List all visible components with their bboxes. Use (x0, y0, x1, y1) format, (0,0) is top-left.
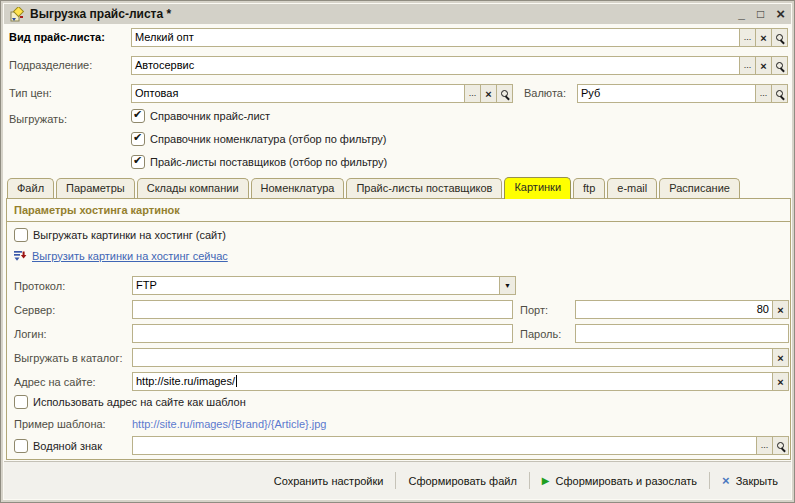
catalog-label: Выгружать в каталог: (14, 352, 123, 364)
generate-and-send-button[interactable]: ▶ Сформировать и разослать (533, 472, 706, 490)
magnifier-icon (501, 90, 508, 97)
watermark-row: Водяной знак (14, 439, 102, 453)
server-label: Сервер: (14, 304, 55, 316)
department-field: Автосервис ... × (131, 56, 788, 75)
window-title: Выгрузка прайс-листа * (30, 7, 171, 21)
checkbox[interactable] (14, 395, 28, 409)
site-address-label: Адрес на сайте: (14, 376, 96, 388)
protocol-label: Протокол: (14, 280, 65, 292)
text-caret (236, 375, 237, 387)
server-input[interactable] (132, 300, 513, 319)
checkbox-label: Использовать адрес на сайте как шаблон (33, 396, 246, 408)
template-example-label: Пример шаблона: (14, 418, 106, 430)
generate-file-button[interactable]: Сформировать файл (399, 472, 525, 490)
clear-button[interactable]: × (756, 56, 772, 75)
login-field (132, 324, 513, 343)
upload-now-link[interactable]: Выгрузить картинки на хостинг сейчас (32, 250, 228, 262)
price-list-kind-input[interactable]: Мелкий опт (131, 28, 740, 47)
minimize-button[interactable]: _ (738, 5, 745, 23)
password-input[interactable] (575, 324, 789, 343)
port-input[interactable]: 80 (575, 300, 773, 319)
tab-supplier-price-lists[interactable]: Прайс-листы поставщиков (346, 178, 502, 198)
button-separator (529, 472, 530, 489)
ellipsis-button[interactable]: ... (757, 436, 773, 455)
lookup-button[interactable] (497, 84, 513, 103)
button-separator (395, 472, 396, 489)
export-label: Выгружать: (9, 113, 67, 125)
tab-email[interactable]: e-mail (607, 178, 657, 198)
currency-field: Руб ... (577, 84, 788, 103)
ellipsis-button[interactable]: ... (740, 28, 756, 47)
section-header: Параметры хостинга картинок (14, 204, 180, 216)
checkbox[interactable] (131, 109, 145, 123)
currency-label: Валюта: (524, 87, 566, 99)
login-label: Логин: (14, 328, 47, 340)
price-type-label: Тип цен: (9, 87, 52, 99)
clear-button[interactable]: × (481, 84, 497, 103)
watermark-field: ... (132, 436, 789, 455)
lookup-button[interactable] (772, 84, 788, 103)
upload-now-row: Выгрузить картинки на хостинг сейчас (13, 248, 228, 263)
price-type-input[interactable]: Оптовая (131, 84, 465, 103)
clear-button[interactable]: × (756, 28, 772, 47)
tab-parameters[interactable]: Параметры (56, 178, 135, 198)
tab-ftp[interactable]: ftp (573, 178, 605, 198)
checkbox[interactable] (14, 439, 28, 453)
maximize-button[interactable]: □ (757, 5, 764, 23)
button-separator (709, 472, 710, 489)
chevron-down-icon: ▼ (504, 282, 511, 289)
checkbox[interactable] (14, 228, 28, 242)
tab-schedule[interactable]: Расписание (659, 178, 740, 198)
close-window-button[interactable]: × (776, 5, 785, 23)
protocol-select[interactable]: FTP (132, 276, 500, 295)
footer-bar: Сохранить настройки Сформировать файл ▶ … (4, 461, 791, 499)
close-button[interactable]: × Закрыть (713, 470, 787, 491)
port-label: Порт: (520, 304, 548, 316)
tab-pictures[interactable]: Картинки (504, 177, 571, 199)
ellipsis-button[interactable]: ... (756, 84, 772, 103)
checkbox[interactable] (131, 155, 145, 169)
export-option-row: Справочник номенклатура (отбор по фильтр… (131, 132, 387, 146)
checkbox-label: Прайс-листы поставщиков (отбор по фильтр… (150, 156, 387, 168)
upload-pictures-icon (13, 248, 28, 263)
watermark-input[interactable] (132, 436, 757, 455)
protocol-field: FTP ▼ (132, 276, 516, 295)
tab-company-warehouses[interactable]: Склады компании (137, 178, 249, 198)
section-divider (7, 221, 790, 222)
button-label: Сохранить настройки (274, 475, 384, 487)
window-controls: _ □ × (738, 5, 785, 23)
lookup-button[interactable] (772, 28, 788, 47)
save-settings-button[interactable]: Сохранить настройки (265, 472, 393, 490)
button-label: Закрыть (736, 475, 778, 487)
port-field: 80 × (575, 300, 789, 319)
app-window: Выгрузка прайс-листа * _ □ × Вид прайс-л… (0, 0, 795, 503)
department-input[interactable]: Автосервис (131, 56, 740, 75)
price-list-kind-label: Вид прайс-листа: (9, 31, 105, 43)
button-label: Сформировать файл (408, 475, 516, 487)
ellipsis-button[interactable]: ... (740, 56, 756, 75)
login-input[interactable] (132, 324, 513, 343)
checkbox-label: Справочник прайс-лист (150, 110, 270, 122)
catalog-input[interactable] (132, 348, 773, 367)
server-field (132, 300, 513, 319)
magnifier-icon (776, 34, 783, 41)
lookup-button[interactable] (772, 56, 788, 75)
lookup-button[interactable] (773, 436, 789, 455)
checkbox[interactable] (131, 132, 145, 146)
clear-button[interactable]: × (773, 372, 789, 391)
tab-file[interactable]: Файл (7, 178, 54, 198)
ellipsis-button[interactable]: ... (465, 84, 481, 103)
run-icon: ▶ (542, 475, 550, 486)
checkbox-label: Выгружать картинки на хостинг (сайт) (33, 229, 226, 241)
clear-button[interactable]: × (773, 300, 789, 319)
export-option-row: Прайс-листы поставщиков (отбор по фильтр… (131, 155, 387, 169)
tab-nomenclature[interactable]: Номенклатура (251, 178, 345, 198)
app-icon (10, 7, 25, 22)
magnifier-icon (776, 62, 783, 69)
clear-button[interactable]: × (773, 348, 789, 367)
site-address-input[interactable]: http://site.ru/images/ (132, 372, 773, 391)
dropdown-button[interactable]: ▼ (500, 276, 516, 295)
department-label: Подразделение: (9, 59, 92, 71)
price-list-kind-field: Мелкий опт ... × (131, 28, 788, 47)
currency-input[interactable]: Руб (577, 84, 756, 103)
